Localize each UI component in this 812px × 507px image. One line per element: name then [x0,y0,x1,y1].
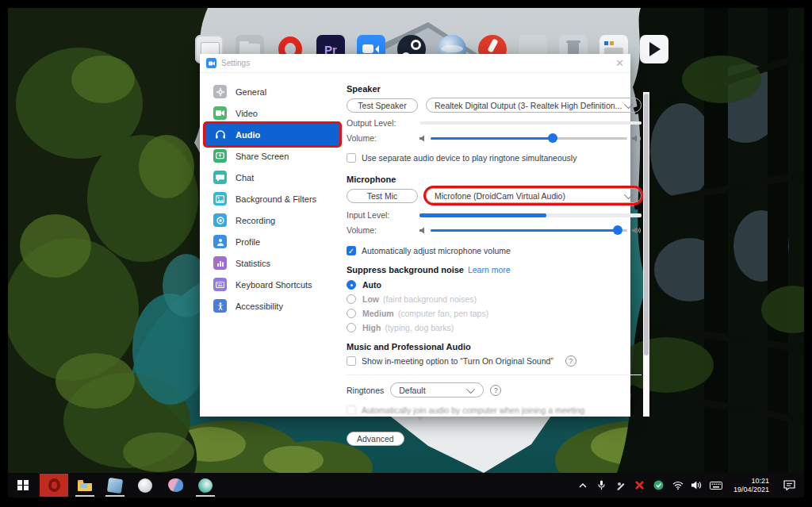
taskbar-round-app[interactable] [130,473,160,497]
sidebar-item-chat[interactable]: Chat [200,167,345,188]
taskbar-blue-app[interactable] [100,473,130,497]
sidebar-item-keyboard-shortcuts[interactable]: Keyboard Shortcuts [200,274,345,295]
accessibility-icon [213,299,227,313]
auto-join-audio-label: Automatically join audio by computer whe… [362,405,584,415]
sidebar-item-recording[interactable]: Recording [200,209,345,231]
radio-auto[interactable] [347,280,356,290]
speaker-device-select[interactable]: Realtek Digital Output (3- Realtek High … [426,98,642,113]
media-play-icon[interactable] [640,35,668,63]
speaker-device-value: Realtek Digital Output (3- Realtek High … [435,101,622,110]
ringtones-select[interactable]: Default [390,382,484,398]
sidebar-item-label: Recording [236,216,275,225]
help-icon[interactable]: ? [490,385,501,396]
bar-chart-icon [213,256,227,270]
paint-app-icon [168,478,183,492]
radio-low[interactable] [347,294,356,304]
speaker-heading: Speaker [347,84,642,94]
windows-logo-icon [17,480,29,491]
sidebar-item-audio[interactable]: Audio [205,124,339,145]
sidebar-item-general[interactable]: General [200,81,345,102]
scrollbar[interactable] [643,92,649,417]
hidden-icons-chevron[interactable] [575,473,591,497]
sidebar-item-label: Statistics [236,259,270,268]
sidebar-item-background-filters[interactable]: Background & Filters [200,188,345,209]
auto-adjust-mic-checkbox[interactable]: ✓ [347,246,356,255]
keyboard-tray-icon[interactable] [708,473,724,497]
zoom-app-icon [206,58,216,68]
scrollbar-thumb[interactable] [644,94,649,355]
sidebar-item-label: Share Screen [236,152,289,161]
test-speaker-button[interactable]: Test Speaker [347,98,418,113]
taskbar-opera-active[interactable] [38,473,70,497]
close-icon[interactable]: ✕ [615,58,624,68]
taskbar-paint-app[interactable] [160,473,190,497]
advanced-button[interactable]: Advanced [347,432,404,446]
green-app-tray-icon[interactable] [651,473,667,497]
video-camera-icon [213,106,227,120]
speaker-volume-slider[interactable] [419,135,642,142]
window-title: Settings [221,59,250,67]
taskbar-teal-app[interactable] [190,473,220,497]
test-mic-button[interactable]: Test Mic [347,189,418,203]
sidebar-item-share-screen[interactable]: Share Screen [200,145,345,167]
sidebar-item-video[interactable]: Video [200,102,345,124]
chevron-down-icon [624,99,633,108]
mic-volume-slider[interactable] [419,227,642,234]
folder-icon [77,479,93,492]
microphone-device-select[interactable]: Microfone (DroidCam Virtual Audio) [426,188,642,203]
ringtones-value: Default [399,386,464,395]
sidebar-item-label: Chat [236,173,254,182]
microphone-tray-icon[interactable] [594,473,610,497]
chat-bubble-icon [213,171,227,184]
record-icon [213,213,227,227]
image-icon [213,192,227,205]
input-level-label: Input Level: [347,210,419,220]
radio-auto-label: Auto [362,280,381,290]
output-level-meter [419,121,642,125]
sidebar-item-label: Video [236,109,258,118]
radio-low-detail: (faint background noises) [383,294,477,304]
radio-high[interactable] [347,323,356,332]
help-icon[interactable]: ? [565,355,576,367]
sidebar-item-accessibility[interactable]: Accessibility [200,295,345,317]
mic-volume-thumb[interactable] [613,225,622,235]
radio-medium[interactable] [347,309,356,318]
auto-adjust-mic-label: Automatically adjust microphone volume [362,246,511,255]
round-app-icon [138,478,152,493]
sidebar-item-label: Accessibility [236,302,283,311]
original-sound-checkbox[interactable] [347,356,356,366]
clock-date: 19/04/2021 [733,486,769,494]
window-titlebar[interactable]: Settings ✕ [200,54,630,73]
person-icon [213,235,227,248]
speaker-volume-label: Volume: [347,133,419,143]
ringtone-checkbox[interactable] [347,153,356,163]
volume-icon[interactable] [689,473,705,497]
sidebar-item-label: Profile [236,237,260,247]
wifi-icon[interactable] [670,473,686,497]
sidebar-item-statistics[interactable]: Statistics [200,252,345,274]
action-center-icon[interactable] [779,473,799,497]
speaker-high-icon [632,227,642,234]
system-tray: 10:21 19/04/2021 [575,473,804,497]
share-screen-icon [213,149,227,163]
red-x-tray-icon[interactable] [632,473,648,497]
taskbar-clock[interactable]: 10:21 19/04/2021 [727,477,776,494]
sidebar-item-label: Audio [236,130,260,140]
divider [347,374,642,375]
chevron-down-icon [466,384,475,393]
taskbar-file-explorer[interactable] [70,473,100,497]
speaker-high-icon [632,135,642,142]
sidebar-item-label: Keyboard Shortcuts [236,280,312,290]
microphone-device-value: Microfone (DroidCam Virtual Audio) [435,191,622,201]
blue-app-icon [107,477,123,493]
radio-high-detail: (typing, dog barks) [385,323,454,332]
auto-join-audio-checkbox[interactable] [347,405,356,415]
mic-volume-label: Volume: [347,225,419,235]
microphone-heading: Microphone [347,175,642,184]
pen-tray-icon[interactable] [613,473,629,497]
speaker-volume-thumb[interactable] [548,133,557,143]
learn-more-link[interactable]: Learn more [468,265,511,275]
radio-low-label: Low [362,294,379,304]
sidebar-item-profile[interactable]: Profile [200,231,345,252]
start-button[interactable] [8,473,38,497]
